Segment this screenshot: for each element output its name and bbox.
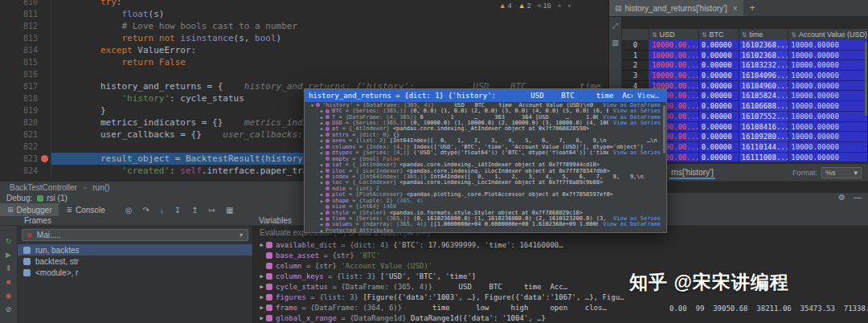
tab-console[interactable]: ≣ Console (59, 203, 112, 216)
table-cell[interactable]: 10000.00... (649, 40, 699, 51)
expand-arrow-icon[interactable]: ▶ (257, 294, 266, 301)
expand-arrow-icon[interactable]: ▶ (318, 115, 326, 120)
force-step-into-icon[interactable]: ↧ (174, 206, 181, 215)
variable-row[interactable]: ▶available_dict = {dict: 4} {'BTC': 17.9… (253, 239, 868, 250)
table-cell[interactable]: 10000.00... (649, 71, 699, 81)
debugger-value-popup[interactable]: history_and_returns = {dict: 1} {'histor… (304, 88, 667, 233)
expand-arrow-icon[interactable]: ▶ (318, 150, 326, 155)
expand-arrow-icon[interactable]: ▶ (318, 192, 326, 197)
expand-arrow-icon[interactable]: ▶ (318, 133, 326, 137)
popup-row[interactable]: ▶columns = {Index: (4,)} Index(['USD', '… (305, 144, 666, 149)
view-as-link[interactable]: View as Series (613, 215, 664, 221)
sort-icon[interactable]: ⇅ (652, 31, 657, 39)
popup-row[interactable]: ndim = {int} 2 (305, 186, 666, 191)
popup-row[interactable]: empty = {bool} False (305, 156, 666, 162)
table-cell[interactable]: 0 (622, 40, 649, 51)
expand-arrow-icon[interactable]: ▶ (257, 273, 266, 280)
table-cell[interactable]: 16103232... (739, 60, 789, 71)
variable-row[interactable]: base_asset = {str} 'BTC' (253, 250, 868, 260)
table-cell[interactable]: 16104960... (739, 81, 789, 92)
expand-arrow-icon[interactable]: ▶ (318, 222, 326, 227)
popup-row[interactable]: ▶iloc = {_iLocIndexer} <pandas.core.inde… (305, 168, 666, 174)
popup-row[interactable]: ▶axes = {list: 2} [Int64Index([ 0, 1, 2,… (305, 138, 666, 144)
code-line[interactable]: 811 float(s) (0, 8, 608, 20)
table-cell[interactable]: 16107552... (739, 112, 789, 122)
gutter-line-number[interactable]: 819 (0, 104, 51, 117)
popup-row[interactable]: ▶at = {_AtIndexer} <pandas.core.indexing… (305, 126, 666, 132)
grid-icon[interactable]: ▥ (612, 39, 619, 47)
popup-row[interactable]: ▶plot = {PlotAccessor} <pandas.plotting.… (305, 192, 666, 198)
code-line[interactable]: 815 return False (0, 56, 608, 68)
expand-arrow-icon[interactable]: ▶ (257, 284, 266, 290)
table-cell[interactable]: 16104096... (739, 71, 789, 81)
table-cell[interactable]: 16106688... (739, 101, 789, 112)
expand-icon[interactable]: ⤢ (612, 22, 618, 31)
expand-arrow-icon[interactable]: ▼ (309, 103, 316, 108)
column-header[interactable]: ⇅Account Value (USD) (788, 29, 868, 40)
gutter-line-number[interactable]: 824 (0, 165, 51, 177)
popup-row[interactable]: ▶dtypes = {Series: (4,)} ('USD', dtype('… (305, 150, 666, 156)
popup-row[interactable]: ▶attrs = {dict: 0} {} (305, 132, 666, 137)
column-header[interactable]: ⇅USD (649, 29, 699, 40)
expand-arrow-icon[interactable]: ▶ (318, 121, 326, 125)
breakpoint-icon[interactable] (41, 155, 48, 162)
view-as-link[interactable]: View as DataFrame (603, 102, 664, 108)
table-cell[interactable]: 10000.00000 (788, 132, 868, 142)
gutter-line-number[interactable]: 818 (0, 92, 51, 104)
code-line[interactable]: 814 except ValueError: (0, 44, 608, 56)
format-select[interactable]: %s ▾ (821, 167, 862, 178)
chevron-icon[interactable]: ˄ (558, 2, 562, 10)
table-cell[interactable]: 3 (622, 71, 649, 81)
code-line[interactable]: 812 # Love how bools cast to a number (0, 20, 608, 32)
view-as-link[interactable]: View as DataFrame (603, 222, 664, 227)
table-cell[interactable]: 10000.00000 (788, 51, 868, 61)
resume-icon[interactable]: ▶ (6, 251, 11, 259)
table-row[interactable]: 010000.00...0.0000016102368...10000.0000… (622, 40, 868, 51)
step-into-icon[interactable]: ↓ (160, 206, 164, 215)
table-cell[interactable]: 1 (622, 51, 649, 61)
table-cell[interactable]: 0.00000 (699, 153, 739, 163)
popup-row[interactable]: ▶T = {DataFrame: (4, 365)} 0 1 … 363 364… (305, 114, 666, 120)
popup-header-row[interactable]: history_and_returns = {dict: 1} {'histor… (305, 89, 666, 102)
table-cell[interactable]: 16102368... (739, 40, 789, 51)
table-cell[interactable]: 10000.00000 (788, 40, 868, 51)
table-cell[interactable]: 10000.00000 (788, 122, 868, 133)
gutter-line-number[interactable]: 810 (0, 0, 51, 8)
table-cell[interactable]: 10000.00... (649, 51, 699, 61)
table-cell[interactable]: 10000.00000 (788, 71, 868, 81)
mute-breakpoints-icon[interactable]: ⊘ (6, 305, 12, 313)
expand-arrow-icon[interactable]: ▶ (318, 198, 326, 203)
table-cell[interactable]: 0.00000 (699, 60, 739, 71)
table-scrollbar[interactable] (865, 42, 867, 116)
table-row[interactable]: 110000.00...0.0000016102368...10000.0000… (622, 51, 868, 61)
frame-item[interactable]: <module>, r (18, 267, 252, 278)
table-cell[interactable]: 0.00000 (699, 142, 739, 153)
popup-row[interactable]: ▶values = {ndarray: (365, 4)} [[1.000000… (305, 222, 666, 227)
gutter-line-number[interactable]: 823 (0, 153, 51, 165)
expand-arrow-icon[interactable]: ▶ (318, 228, 326, 233)
expand-arrow-icon[interactable]: ▶ (257, 315, 266, 321)
table-cell[interactable]: 0.00000 (699, 112, 739, 122)
thread-selector[interactable]: ≡ Mai..... ▾ (22, 229, 248, 241)
table-cell[interactable]: 0.00000 (699, 51, 739, 61)
table-cell[interactable]: 10000.00... (649, 60, 699, 71)
view-breakpoints-icon[interactable]: ◉ (6, 292, 12, 300)
expand-arrow-icon[interactable]: ▶ (257, 242, 266, 248)
inspections-widget[interactable]: ▲4▲2≈16˄˅ (499, 2, 571, 10)
table-cell[interactable]: 10000.00000 (788, 142, 868, 153)
table-cell[interactable]: 10000.00000 (788, 112, 868, 122)
layout-settings-icon[interactable]: ▦ (226, 206, 233, 215)
code-line[interactable]: 813 return not isinstance(s, bool) (0, 32, 608, 44)
popup-row[interactable]: ▶style = {Styler} <pandas.io.formats.sty… (305, 210, 666, 215)
view-as-link[interactable]: View as Series (613, 150, 664, 156)
popup-row[interactable]: ▶index = {Int64Index: (365,)} Int64Index… (305, 174, 666, 179)
table-row[interactable]: 210000.00...0.0000016103232...10000.0000… (622, 60, 868, 71)
breadcrumb-method[interactable]: run() (92, 183, 109, 192)
gutter-line-number[interactable]: 821 (0, 129, 51, 141)
code-line[interactable]: 816 (0, 68, 608, 80)
error-triangle-icon[interactable]: ▲4 (499, 2, 512, 10)
weak-warning-icon[interactable]: ≈16 (538, 2, 551, 10)
sort-icon[interactable]: ⇅ (702, 31, 707, 39)
view-as-link[interactable]: View as Series (613, 120, 664, 125)
show-execution-point-icon[interactable]: ◎ (125, 206, 133, 215)
